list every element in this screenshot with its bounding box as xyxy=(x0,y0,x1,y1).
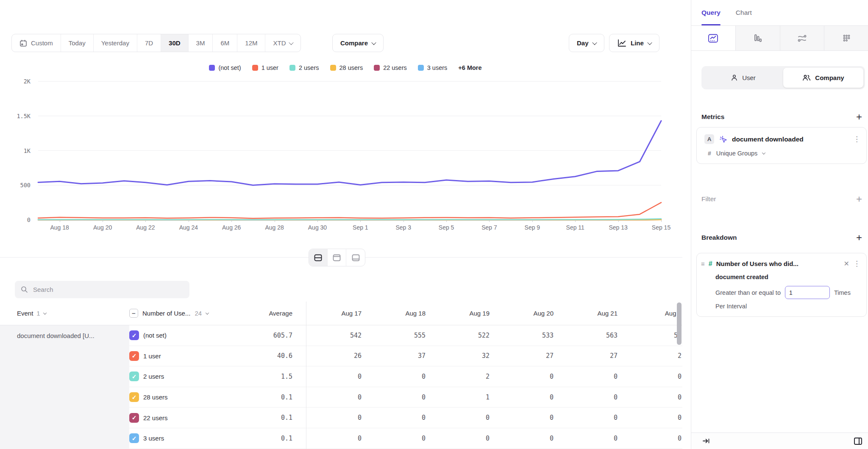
date-column-header[interactable]: Aug 2 xyxy=(626,302,682,325)
series-cell[interactable]: ✓2 users xyxy=(129,366,236,387)
series-column-header[interactable]: − Number of Use... 24 xyxy=(129,302,236,325)
y-axis-label: 1.5K xyxy=(0,113,31,119)
x-axis-tick xyxy=(103,220,103,222)
bar-chart-type-button[interactable] xyxy=(736,26,780,51)
range-6m[interactable]: 6M xyxy=(213,34,237,52)
kebab-menu-icon[interactable]: ⋮ xyxy=(853,260,860,267)
table-row: ✓1 user40.626373227272 xyxy=(0,346,682,367)
date-column-header[interactable]: Aug 19 xyxy=(434,302,498,325)
event-name-cell[interactable] xyxy=(0,387,129,408)
series-checkbox[interactable]: ✓ xyxy=(129,351,139,361)
range-today[interactable]: Today xyxy=(61,34,94,52)
legend-more[interactable]: +6 More xyxy=(458,64,481,71)
legend-item[interactable]: 1 user xyxy=(252,64,278,71)
legend-item[interactable]: 3 users xyxy=(418,64,448,71)
x-axis-label: Sep 1 xyxy=(353,224,368,231)
event-name-cell[interactable] xyxy=(0,366,129,387)
granularity-button[interactable]: Day xyxy=(569,34,604,52)
event-header-label: Event xyxy=(17,310,33,317)
data-value: 533 xyxy=(498,325,562,346)
range-7d[interactable]: 7D xyxy=(137,34,161,52)
chevron-down-icon xyxy=(592,40,597,44)
table-row: document downloaded [U...✓(not set)605.7… xyxy=(0,325,682,346)
layout-chart-only-button[interactable] xyxy=(328,249,346,266)
legend-item[interactable]: 2 users xyxy=(289,64,319,71)
event-name-cell[interactable] xyxy=(0,346,129,367)
range-30d[interactable]: 30D xyxy=(161,34,189,52)
average-column-header[interactable]: Average xyxy=(236,302,306,325)
series-checkbox[interactable]: ✓ xyxy=(129,330,139,340)
event-name-cell[interactable] xyxy=(0,407,129,428)
range-12m[interactable]: 12M xyxy=(237,34,265,52)
series-checkbox[interactable]: ✓ xyxy=(129,433,139,443)
collapse-panel-icon[interactable] xyxy=(702,438,710,444)
date-column-header[interactable]: Aug 20 xyxy=(498,302,562,325)
series-cell[interactable]: ✓22 users xyxy=(129,407,236,428)
tab-chart[interactable]: Chart xyxy=(736,0,752,25)
series-cell[interactable]: ✓(not set) xyxy=(129,325,236,346)
vertical-scrollbar[interactable] xyxy=(677,302,682,345)
legend-swatch xyxy=(418,65,424,71)
range-xtd[interactable]: XTD xyxy=(265,34,300,52)
tab-query[interactable]: Query xyxy=(701,0,721,25)
breakdown-card[interactable]: ≡ # Number of Users who did... ✕ ⋮ docum… xyxy=(696,253,867,317)
line-chart: 2K1.5K1K5000Aug 18Aug 20Aug 22Aug 24Aug … xyxy=(0,78,691,235)
date-column-header[interactable]: Aug 17 xyxy=(306,302,370,325)
date-column-header[interactable]: Aug 18 xyxy=(370,302,434,325)
legend-item[interactable]: 28 users xyxy=(330,64,363,71)
series-checkbox[interactable]: ✓ xyxy=(129,392,139,402)
range-3m[interactable]: 3M xyxy=(189,34,213,52)
condition-value-input[interactable] xyxy=(785,286,830,299)
series-checkbox[interactable]: ✓ xyxy=(129,371,139,381)
series-header-label: Number of Use... xyxy=(142,310,190,317)
per-interval-label: Per Interval xyxy=(697,299,866,316)
search-input[interactable] xyxy=(33,286,184,293)
range-label: Custom xyxy=(31,39,53,47)
close-icon[interactable]: ✕ xyxy=(844,260,849,268)
x-axis-tick xyxy=(145,220,146,222)
legend-item[interactable]: 22 users xyxy=(374,64,407,71)
range-label: XTD xyxy=(273,39,286,47)
series-cell[interactable]: ✓3 users xyxy=(129,428,236,449)
add-breakdown-button[interactable]: + xyxy=(856,233,862,243)
x-axis-tick xyxy=(489,220,490,222)
legend-item[interactable]: (not set) xyxy=(209,64,241,71)
series-cell[interactable]: ✓28 users xyxy=(129,387,236,408)
data-value: 0 xyxy=(626,428,682,449)
compare-button[interactable]: Compare xyxy=(332,34,384,52)
grid-chart-type-button[interactable] xyxy=(824,26,868,51)
layout-split-button[interactable] xyxy=(309,249,328,266)
series-cell[interactable]: ✓1 user xyxy=(129,346,236,367)
add-metric-button[interactable]: + xyxy=(856,112,862,122)
series-label: 22 users xyxy=(143,414,168,421)
layout-table-only-button[interactable] xyxy=(346,249,365,266)
add-filter-button[interactable]: + xyxy=(856,194,862,204)
legend-swatch xyxy=(289,65,295,71)
event-column-header[interactable]: Event 1 xyxy=(0,302,129,325)
range-yesterday[interactable]: Yesterday xyxy=(94,34,137,52)
data-value: 0 xyxy=(370,428,434,449)
sidebar-layout-icon[interactable] xyxy=(854,437,862,445)
indeterminate-checkbox[interactable]: − xyxy=(129,309,138,318)
event-name-cell[interactable] xyxy=(0,428,129,449)
metric-aggregation[interactable]: # Unique Groups xyxy=(697,147,866,164)
layout-toggle-group xyxy=(309,249,365,266)
date-column-header[interactable]: Aug 21 xyxy=(562,302,626,325)
kebab-menu-icon[interactable]: ⋮ xyxy=(853,136,860,143)
data-value: 0 xyxy=(370,407,434,428)
metric-card[interactable]: A document downloaded ⋮ # Unique Groups xyxy=(696,127,867,164)
toggle-user[interactable]: User xyxy=(703,68,783,88)
range-custom[interactable]: Custom xyxy=(12,34,61,52)
legend-label: 3 users xyxy=(427,64,448,71)
panel-tabs: Query Chart xyxy=(691,0,868,26)
line-chart-type-button[interactable] xyxy=(691,26,736,51)
event-row-label: document downloaded [U... xyxy=(17,332,95,339)
users-icon xyxy=(802,74,811,81)
toggle-company-label: Company xyxy=(815,74,844,81)
toggle-company[interactable]: Company xyxy=(783,68,863,88)
event-name-cell[interactable]: document downloaded [U... xyxy=(0,325,129,346)
chart-type-button[interactable]: Line xyxy=(609,34,659,52)
series-checkbox[interactable]: ✓ xyxy=(129,413,139,423)
flow-chart-type-button[interactable] xyxy=(780,26,825,51)
drag-handle-icon[interactable]: ≡ xyxy=(701,260,705,267)
